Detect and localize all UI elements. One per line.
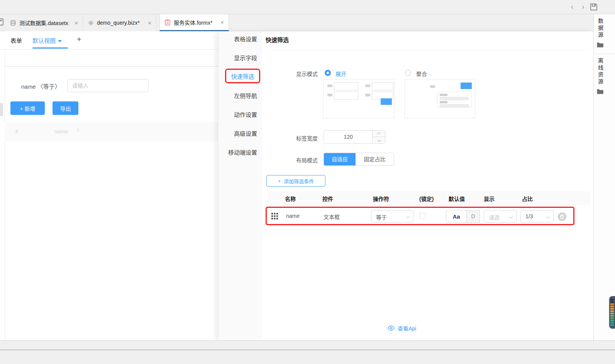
display-placeholder: 请选 [489, 213, 500, 221]
index-column-header: # [15, 128, 19, 135]
bottom-divider-line [0, 350, 615, 350]
display-mode-label: 显示模式 [262, 70, 318, 78]
panel-title: 快速筛选 [266, 35, 289, 44]
close-icon[interactable]: × [148, 20, 151, 26]
add-filter-condition-label: 添加筛选条件 [284, 177, 314, 185]
canvas-left-border [5, 50, 5, 340]
view-api-label: 查看Api [398, 324, 416, 332]
menu-item-action-settings[interactable]: 动作设置 [234, 110, 257, 118]
add-record-button[interactable]: + 新增 [10, 101, 45, 115]
quick-filter-panel: 快速筛选 显示模式 展开 聚合 [262, 31, 593, 340]
tab-query[interactable]: demo_query.bizx* × [83, 14, 156, 31]
row-field-name: name [286, 213, 300, 219]
caret-down-icon [58, 40, 62, 42]
top-toolbar: ‹ › [0, 0, 615, 14]
menu-item-mobile[interactable]: 移动端设置 [228, 148, 257, 156]
label-width-label: 标签宽度 [262, 134, 318, 142]
condition-row-highlighted: name 文本框 等于 Aa D 请选 1/3 [266, 207, 574, 225]
locked-checkbox[interactable] [419, 213, 425, 219]
col-locked: (锁定) [419, 195, 434, 202]
menu-item-advanced[interactable]: 高级设置 [234, 129, 257, 137]
tab-default-view[interactable]: 默认视图 [32, 36, 62, 44]
color-scrollbar-widget[interactable] [609, 296, 615, 329]
folder-icon [597, 89, 615, 96]
col-ratio: 占比 [522, 195, 533, 202]
operator-select[interactable]: 等于 [371, 210, 413, 222]
layout-mode-toggle: 自适应 固定占比 [324, 153, 394, 166]
gear-icon [88, 20, 94, 26]
radio-aggregate[interactable] [405, 70, 411, 76]
nav-forward-icon[interactable]: › [578, 2, 588, 12]
active-view-underline [32, 47, 68, 49]
number-stepper [372, 131, 385, 143]
label-width-input[interactable]: 120 [324, 130, 385, 144]
eye-icon [388, 325, 395, 331]
close-icon[interactable]: × [75, 20, 78, 26]
display-select[interactable]: 请选 [484, 210, 517, 222]
panel-divider [265, 50, 591, 51]
stepper-down-button[interactable] [373, 137, 385, 143]
tab-dataset[interactable]: 测试数据集.datasetx × [5, 14, 83, 31]
chevron-down-icon [509, 215, 513, 219]
sort-icon[interactable] [76, 128, 80, 132]
active-menu-highlight-ring: 快速筛选 [225, 69, 260, 83]
menu-item-quick-filter[interactable]: 快速筛选 [231, 72, 254, 80]
col-control: 控件 [322, 195, 333, 202]
settings-menu: 表格设置 显示字段 快速筛选 左侧导航 动作设置 高级设置 移动端设置 [219, 31, 262, 340]
add-filter-condition-button[interactable]: + 添加筛选条件 [266, 175, 325, 187]
col-display: 显示 [484, 195, 495, 202]
radio-expand[interactable] [325, 70, 331, 76]
menu-item-table-settings[interactable]: 表格设置 [234, 35, 257, 42]
drag-handle-icon[interactable] [271, 213, 278, 219]
chevron-down-icon [406, 215, 410, 219]
datasource-label: 数据源 [596, 18, 604, 39]
preview-filter-input[interactable] [67, 79, 149, 92]
col-name: 名称 [285, 195, 296, 202]
export-button[interactable]: 导出 [53, 101, 78, 115]
restore-window-icon[interactable] [0, 19, 3, 25]
default-value-style-button[interactable]: Aa [446, 210, 467, 223]
add-view-button[interactable]: + [77, 35, 81, 44]
tab-label: 服务实体.formx* [174, 19, 212, 26]
view-tab-label: 默认视图 [32, 37, 56, 44]
layout-mode-label: 布局模式 [262, 156, 318, 164]
tab-label: demo_query.bizx* [97, 20, 140, 26]
ratio-select[interactable]: 1/3 [520, 210, 554, 222]
tab-form-mode[interactable]: 表单 [10, 36, 22, 44]
menu-item-display-fields[interactable]: 显示字段 [234, 54, 257, 61]
nav-back-icon[interactable]: ‹ [568, 2, 577, 12]
preview-filter-label: name 〈等于〉 [21, 82, 61, 90]
add-record-label: 新增 [25, 106, 36, 112]
file-tab-bar: 测试数据集.datasetx × demo_query.bizx* × 服务实体… [0, 14, 615, 31]
tab-form-active[interactable]: 服务实体.formx* × [159, 14, 229, 31]
stepper-up-button[interactable] [373, 131, 385, 137]
plus-icon: + [278, 178, 281, 184]
panel-collapse-handle[interactable] [0, 103, 3, 116]
app-window: ‹ › 测试数据集.datasetx × demo_query.bizx* × [0, 0, 615, 364]
col-operator: 操作符 [373, 195, 389, 202]
sidebar-item-offline-resources[interactable]: 离线资源 [594, 54, 615, 100]
settings-drawer: 表格设置 显示字段 快速筛选 左侧导航 动作设置 高级设置 移动端设置 快速筛选… [219, 31, 593, 340]
sidebar-item-datasource[interactable]: 数据源 [594, 14, 615, 54]
radio-aggregate-label[interactable]: 聚合 [416, 70, 427, 78]
menu-item-left-nav[interactable]: 左侧导航 [234, 91, 257, 99]
color-stripes [610, 299, 614, 326]
conditions-table-header: 名称 控件 操作符 (锁定) 默认值 显示 占比 [268, 191, 591, 205]
col-default: 默认值 [449, 195, 465, 202]
segment-adaptive[interactable]: 自适应 [324, 153, 356, 165]
view-api-link[interactable]: 查看Api [388, 324, 416, 332]
radio-expand-label[interactable]: 展开 [335, 70, 346, 78]
bottom-status-strip [0, 340, 615, 364]
name-column-header: name [54, 128, 68, 135]
default-value-type-button[interactable]: D [467, 210, 480, 223]
delete-condition-icon[interactable] [557, 212, 567, 221]
save-icon[interactable] [590, 3, 598, 11]
row-control-type: 文本框 [324, 213, 340, 221]
label-width-value[interactable]: 120 [324, 131, 373, 143]
tab-label: 测试数据集.datasetx [19, 19, 68, 27]
form-file-icon [164, 19, 171, 25]
segment-fixed-ratio[interactable]: 固定占比 [356, 153, 394, 165]
close-icon[interactable]: × [220, 19, 224, 25]
operator-value: 等于 [376, 213, 387, 221]
expand-mode-preview [323, 79, 395, 118]
